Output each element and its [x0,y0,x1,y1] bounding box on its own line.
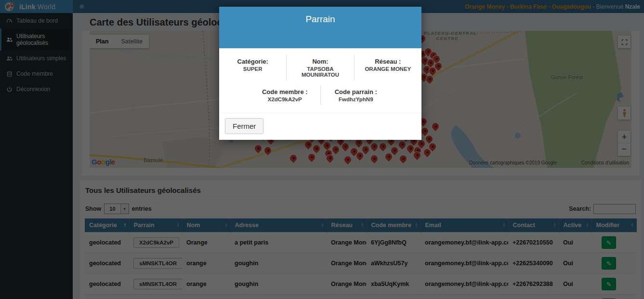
modal-field: Nom:TAPSOBA MOUNIRATOU [286,55,354,81]
modal-field-label: Catégorie: [221,58,284,65]
modal-header: Parrain [219,7,421,48]
modal-field-value: FwdhzYphN9 [323,96,390,102]
modal-field-label: Code membre : [251,88,318,95]
modal-field-value: ORANGE MONEY [356,66,420,72]
modal-field-value: SUPER [221,66,284,72]
modal-field-value: X2dC9kA2vP [251,96,318,102]
modal-body: Catégorie:SUPERNom:TAPSOBA MOUNIRATOURés… [219,48,421,113]
modal-field-label: Réseau : [356,58,420,65]
app-window: iLink World ≡ Orange Money - Burkina Fas… [0,0,644,299]
modal-field: Code membre :X2dC9kA2vP [250,85,320,105]
modal-field: Code parrain :FwdhzYphN9 [320,85,392,105]
modal-title: Parrain [219,14,421,25]
modal-field-label: Code parrain : [323,88,390,95]
modal-field-label: Nom: [289,58,352,65]
parrain-modal: Parrain Catégorie:SUPERNom:TAPSOBA MOUNI… [219,7,421,140]
fermer-button[interactable]: Fermer [225,118,263,134]
modal-field: Catégorie:SUPER [219,55,286,81]
modal-field: Réseau :ORANGE MONEY [354,55,421,81]
modal-footer: Fermer [219,113,421,140]
modal-field-value: TAPSOBA MOUNIRATOU [289,66,352,78]
